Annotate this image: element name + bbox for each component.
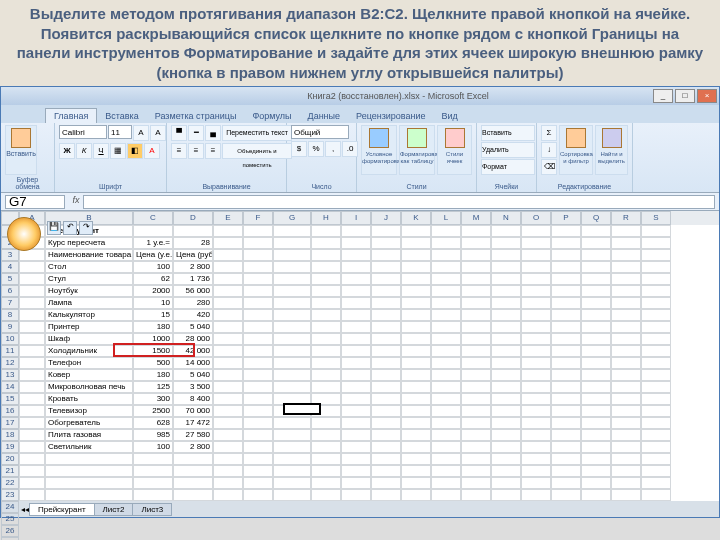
cell[interactable] — [641, 489, 671, 501]
cell[interactable] — [243, 453, 273, 465]
cell[interactable] — [431, 225, 461, 237]
cell[interactable]: 1 у.е.= — [133, 237, 173, 249]
cell[interactable] — [311, 393, 341, 405]
tab-home[interactable]: Главная — [45, 108, 97, 123]
cell[interactable] — [551, 345, 581, 357]
cell[interactable] — [133, 477, 173, 489]
cell[interactable] — [551, 381, 581, 393]
cell[interactable] — [521, 333, 551, 345]
cell[interactable] — [19, 441, 45, 453]
insert-cells-button[interactable]: Вставить — [481, 125, 535, 141]
cell[interactable]: 500 — [133, 357, 173, 369]
cell[interactable] — [521, 381, 551, 393]
col-header[interactable]: P — [551, 211, 581, 225]
cond-format-button[interactable]: Условное форматирование — [361, 125, 397, 175]
cell[interactable]: 180 — [133, 321, 173, 333]
cell[interactable] — [611, 441, 641, 453]
cell[interactable] — [341, 297, 371, 309]
cell[interactable] — [213, 369, 243, 381]
cell[interactable] — [581, 237, 611, 249]
underline-button[interactable]: Ч — [93, 143, 109, 159]
cell[interactable] — [243, 405, 273, 417]
col-header[interactable]: J — [371, 211, 401, 225]
cell[interactable] — [521, 261, 551, 273]
col-header[interactable]: E — [213, 211, 243, 225]
cell[interactable] — [461, 273, 491, 285]
cell[interactable] — [371, 393, 401, 405]
undo-icon[interactable]: ↶ — [63, 221, 77, 235]
cell[interactable] — [641, 405, 671, 417]
row-header[interactable]: 25 — [1, 513, 19, 525]
cell[interactable] — [311, 477, 341, 489]
col-header[interactable]: H — [311, 211, 341, 225]
cell[interactable] — [461, 465, 491, 477]
cell[interactable] — [641, 309, 671, 321]
cell[interactable] — [491, 357, 521, 369]
cell[interactable] — [273, 369, 311, 381]
cell[interactable] — [521, 489, 551, 501]
row-header[interactable]: 24 — [1, 501, 19, 513]
col-header[interactable]: F — [243, 211, 273, 225]
cell[interactable]: 17 472 — [173, 417, 213, 429]
cell[interactable] — [401, 357, 431, 369]
cell[interactable] — [213, 453, 243, 465]
cell[interactable] — [641, 237, 671, 249]
fill-icon[interactable]: ↓ — [541, 142, 557, 158]
cell[interactable] — [461, 285, 491, 297]
cell[interactable]: Наименование товара — [45, 249, 133, 261]
cell[interactable] — [581, 297, 611, 309]
cell[interactable] — [371, 285, 401, 297]
cell[interactable] — [213, 357, 243, 369]
cell[interactable]: 62 — [133, 273, 173, 285]
cell[interactable] — [213, 381, 243, 393]
cell[interactable] — [431, 309, 461, 321]
cell[interactable] — [611, 489, 641, 501]
cell[interactable] — [311, 369, 341, 381]
cell[interactable] — [641, 417, 671, 429]
fill-color-button[interactable]: ◧ — [127, 143, 143, 159]
row-header[interactable]: 23 — [1, 489, 19, 501]
align-right-icon[interactable]: ≡ — [205, 143, 221, 159]
cell[interactable] — [521, 417, 551, 429]
cell[interactable]: 56 000 — [173, 285, 213, 297]
cell[interactable] — [401, 489, 431, 501]
cell[interactable] — [311, 465, 341, 477]
cell[interactable] — [371, 453, 401, 465]
cell[interactable] — [431, 381, 461, 393]
wrap-text-button[interactable]: Переместить текст — [222, 125, 292, 141]
cell[interactable] — [401, 453, 431, 465]
cell[interactable] — [273, 393, 311, 405]
cell[interactable] — [133, 489, 173, 501]
cell[interactable] — [243, 237, 273, 249]
row-header[interactable]: 5 — [1, 273, 19, 285]
cell[interactable]: 5 040 — [173, 369, 213, 381]
italic-button[interactable]: К — [76, 143, 92, 159]
cell[interactable] — [341, 465, 371, 477]
cell[interactable] — [641, 477, 671, 489]
cell[interactable] — [461, 309, 491, 321]
cell[interactable] — [173, 453, 213, 465]
cell[interactable] — [461, 345, 491, 357]
cell[interactable] — [311, 417, 341, 429]
cell[interactable] — [551, 333, 581, 345]
cell[interactable] — [371, 345, 401, 357]
clear-icon[interactable]: ⌫ — [541, 159, 557, 175]
cell[interactable] — [19, 453, 45, 465]
cell[interactable] — [431, 357, 461, 369]
cell[interactable] — [521, 225, 551, 237]
cell[interactable] — [611, 285, 641, 297]
row-header[interactable]: 22 — [1, 477, 19, 489]
cell[interactable] — [431, 333, 461, 345]
cell[interactable] — [401, 273, 431, 285]
cell[interactable] — [371, 405, 401, 417]
cell[interactable]: 100 — [133, 261, 173, 273]
cell[interactable] — [311, 297, 341, 309]
cell[interactable] — [611, 321, 641, 333]
cell[interactable] — [243, 309, 273, 321]
cell[interactable] — [431, 441, 461, 453]
cell[interactable] — [273, 297, 311, 309]
cell[interactable] — [341, 477, 371, 489]
cell[interactable]: 8 400 — [173, 393, 213, 405]
cell[interactable] — [243, 477, 273, 489]
cell[interactable] — [611, 381, 641, 393]
